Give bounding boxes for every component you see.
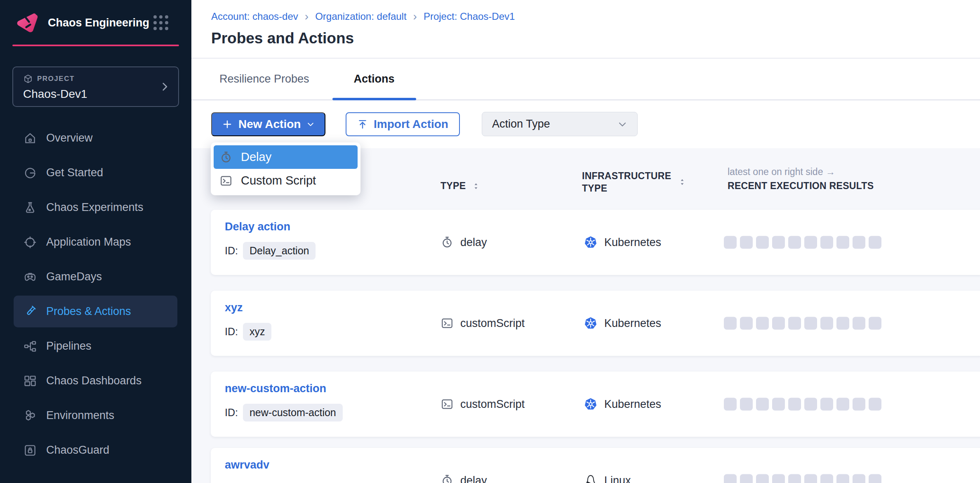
pipeline-icon [23, 339, 37, 353]
type-value: delay [460, 474, 487, 483]
harness-chaos-logo-icon [14, 11, 40, 35]
copy-icon[interactable] [320, 245, 332, 257]
execution-result-placeholder [724, 317, 737, 330]
execution-result-placeholder [772, 398, 785, 411]
flask-icon [23, 201, 37, 215]
project-selector[interactable]: PROJECT Chaos-Dev1 [12, 66, 179, 107]
sidebar-item-chaos-experiments[interactable]: Chaos Experiments [14, 192, 177, 223]
sidebar-item-chaos-dashboards[interactable]: Chaos Dashboards [14, 365, 177, 397]
execution-result-placeholder [820, 398, 833, 411]
breadcrumb-link[interactable]: Account: chaos-dev [211, 11, 298, 22]
recent-results-cell [724, 317, 881, 330]
stopwatch-icon [441, 236, 454, 249]
copy-icon[interactable] [348, 407, 359, 419]
sort-icon[interactable] [471, 182, 481, 191]
sidebar-item-gamedays[interactable]: GameDays [14, 261, 177, 293]
execution-result-placeholder [804, 236, 817, 249]
action-id-row: ID: Delay_action [225, 242, 332, 260]
execution-result-placeholder [853, 474, 865, 483]
infrastructure-cell: Kubernetes [584, 235, 661, 249]
execution-result-placeholder [869, 236, 881, 249]
execution-result-placeholder [724, 398, 737, 411]
execution-result-placeholder [772, 317, 785, 330]
stopwatch-icon [441, 474, 454, 483]
chevron-down-icon [306, 120, 315, 128]
sidebar-item-pipelines[interactable]: Pipelines [14, 330, 177, 362]
execution-result-placeholder [788, 474, 801, 483]
sidebar-header: Chaos Engineering [0, 0, 191, 45]
action-id-value: new-custom-action [243, 404, 343, 421]
column-header-type: TYPE [441, 180, 481, 192]
test-tube-icon [23, 305, 37, 319]
tab-actions[interactable]: Actions [332, 59, 416, 99]
sidebar-item-label: Overview [46, 132, 93, 144]
module-grid-icon[interactable] [153, 15, 168, 30]
type-value: delay [460, 236, 487, 249]
type-value: customScript [460, 398, 525, 411]
sidebar-item-label: Chaos Experiments [46, 201, 144, 214]
execution-result-placeholder [756, 474, 769, 483]
execution-result-placeholder [740, 317, 753, 330]
execution-result-placeholder [869, 317, 881, 330]
breadcrumb-separator-icon: › [305, 12, 309, 21]
action-id-value: Delay_action [243, 242, 316, 260]
breadcrumb-link[interactable]: Project: Chaos-Dev1 [424, 11, 515, 22]
recent-results-cell [724, 474, 881, 483]
brand-divider [12, 45, 179, 46]
menu-item-custom-script[interactable]: Custom Script [214, 169, 358, 192]
action-id-row: ID: xyz [225, 323, 288, 341]
action-name-link[interactable]: awrvadv [225, 459, 269, 471]
terminal-icon [441, 317, 454, 330]
table-row: new-custom-action ID: new-custom-action … [211, 372, 980, 437]
new-action-button[interactable]: New Action [211, 112, 325, 136]
chevron-down-icon [617, 119, 627, 129]
execution-result-placeholder [740, 398, 753, 411]
table-row: awrvadv delay Linux [211, 448, 980, 483]
sidebar-item-label: GameDays [46, 270, 102, 283]
table-row: xyz ID: xyz customScript Kubernetes [211, 291, 980, 356]
sidebar-nav: Overview Get Started Chaos Experiments A… [0, 122, 191, 466]
action-name-link[interactable]: xyz [225, 301, 243, 314]
type-value: customScript [460, 317, 525, 330]
home-icon [23, 131, 37, 145]
import-action-label: Import Action [374, 118, 448, 131]
sidebar-item-overview[interactable]: Overview [14, 122, 177, 154]
tab-resilience-probes[interactable]: Resilience Probes [214, 59, 314, 99]
action-type-filter[interactable]: Action Type [482, 112, 638, 136]
action-name-link[interactable]: new-custom-action [225, 382, 326, 395]
execution-result-placeholder [804, 398, 817, 411]
actions-table: TYPE INFRASTRUCTURE TYPE latest one on r… [191, 148, 980, 483]
breadcrumb: Account: chaos-dev›Organization: default… [211, 11, 515, 22]
import-action-button[interactable]: Import Action [346, 112, 460, 136]
action-id-value: xyz [243, 323, 272, 341]
execution-result-placeholder [804, 474, 817, 483]
execution-result-placeholder [836, 398, 849, 411]
copy-icon[interactable] [276, 326, 288, 338]
breadcrumb-link[interactable]: Organization: default [315, 11, 406, 22]
main-content: Account: chaos-dev›Organization: default… [191, 0, 980, 483]
project-name: Chaos-Dev1 [23, 88, 168, 101]
action-name-link[interactable]: Delay action [225, 220, 290, 233]
recent-results-cell [724, 236, 881, 249]
kubernetes-icon [584, 397, 598, 411]
execution-result-placeholder [869, 474, 881, 483]
sidebar-item-label: Environments [46, 409, 114, 422]
id-label: ID: [225, 326, 238, 338]
chevron-right-icon [159, 81, 170, 92]
execution-result-placeholder [724, 236, 737, 249]
sidebar-item-application-maps[interactable]: Application Maps [14, 226, 177, 258]
sidebar-item-environments[interactable]: Environments [14, 400, 177, 431]
cube-icon [23, 74, 33, 84]
type-cell: delay [441, 474, 487, 483]
tab-bar: Resilience Probes Actions [191, 59, 980, 100]
execution-result-placeholder [756, 317, 769, 330]
execution-result-placeholder [853, 317, 865, 330]
sidebar-item-probes-actions[interactable]: Probes & Actions [14, 296, 177, 327]
sidebar-item-chaosguard[interactable]: ChaosGuard [14, 434, 177, 466]
recent-results-cell [724, 398, 881, 411]
menu-item-label: Delay [241, 150, 271, 164]
sort-icon[interactable] [678, 178, 687, 187]
sidebar-item-get-started[interactable]: Get Started [14, 157, 177, 189]
execution-result-placeholder [740, 474, 753, 483]
menu-item-delay[interactable]: Delay [214, 145, 358, 169]
